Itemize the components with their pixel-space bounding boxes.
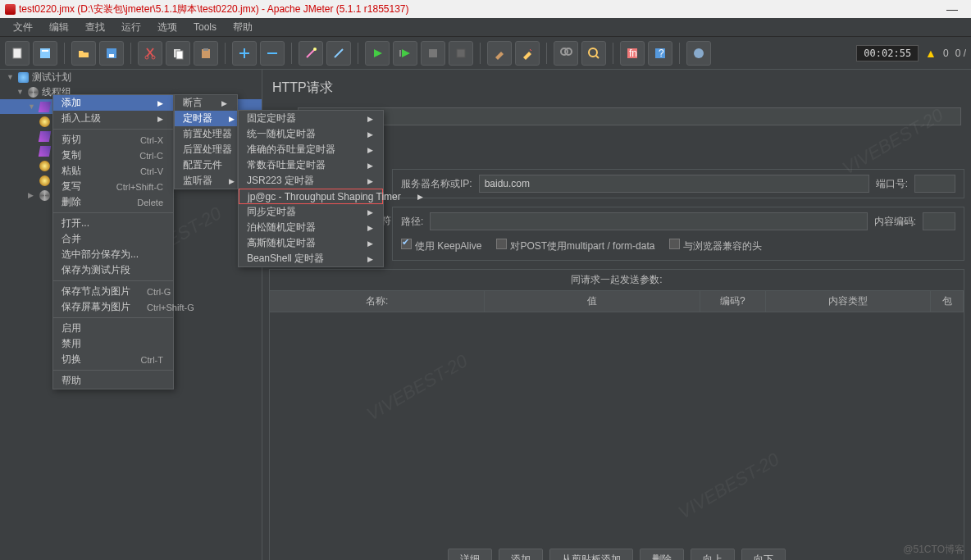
context-menu-main[interactable]: 添加▶插入上级▶剪切Ctrl-X复制Ctrl-C粘贴Ctrl-V复写Ctrl+S… (52, 94, 174, 389)
menu-help[interactable]: 帮助 (225, 18, 261, 37)
menu-item[interactable]: 保存屏幕为图片Ctrl+Shift-G (53, 299, 173, 315)
params-table-body[interactable] (270, 312, 964, 542)
menu-item[interactable]: 合并 (53, 231, 173, 247)
start-no-pause-button[interactable] (393, 41, 417, 66)
params-buttons: 详细 添加 从剪贴板添加 删除 向上 向下 (270, 542, 964, 560)
paste-button[interactable] (194, 41, 218, 66)
menu-item[interactable]: 添加▶ (53, 95, 173, 111)
menu-item[interactable]: 剪切Ctrl-X (53, 132, 173, 148)
help-button[interactable]: ? (648, 41, 672, 66)
chk-keepalive[interactable]: 使用 KeepAlive (401, 239, 481, 253)
svg-rect-10 (203, 48, 208, 51)
detail-button[interactable]: 详细 (448, 549, 492, 560)
svg-rect-0 (13, 48, 21, 58)
menu-item[interactable]: 打开... (53, 216, 173, 231)
delete-param-button[interactable]: 删除 (640, 549, 684, 560)
name-input[interactable] (298, 107, 961, 125)
menu-item[interactable]: 切换Ctrl-T (53, 352, 173, 367)
menu-item[interactable]: 后置处理器▶ (175, 142, 237, 157)
menu-item[interactable]: 保存节点为图片Ctrl-G (53, 284, 173, 299)
test-plan-icon (18, 72, 29, 83)
menu-tools[interactable]: Tools (185, 19, 225, 35)
cut-button[interactable] (138, 41, 162, 66)
add-param-button[interactable]: 添加 (499, 549, 543, 560)
start-button[interactable] (365, 41, 390, 66)
svg-rect-8 (176, 51, 183, 59)
menu-item[interactable]: 前置处理器▶ (175, 126, 237, 142)
port-input[interactable] (914, 175, 955, 193)
menu-search[interactable]: 查找 (77, 18, 113, 37)
copy-button[interactable] (166, 41, 190, 66)
clear-all-button[interactable] (515, 41, 540, 66)
menu-item[interactable]: 配置元件▶ (175, 157, 237, 173)
open-button[interactable] (71, 41, 96, 66)
theme-button[interactable] (686, 41, 711, 66)
svg-rect-4 (109, 54, 114, 57)
menu-file[interactable]: 文件 (5, 18, 41, 37)
app-icon (5, 4, 16, 15)
warning-icon[interactable]: ▲ (925, 47, 937, 60)
menu-item[interactable]: 复制Ctrl-C (53, 148, 173, 163)
menu-item[interactable]: 同步定时器▶ (239, 204, 383, 220)
menu-item[interactable]: 监听器▶ (175, 173, 237, 189)
menu-item[interactable]: 准确的吞吐量定时器▶ (239, 142, 383, 157)
minimize-button[interactable]: ― (933, 0, 971, 18)
credit-text: @51CTO博客 (903, 543, 964, 557)
stop-button[interactable] (421, 41, 445, 66)
add-clipboard-button[interactable]: 从剪贴板添加 (549, 549, 633, 560)
menu-item[interactable]: jp@gc - Throughput Shaping Timer▶ (239, 189, 383, 204)
menu-options[interactable]: 选项 (149, 18, 185, 37)
path-input[interactable] (430, 212, 867, 230)
context-menu-add[interactable]: 断言▶定时器▶前置处理器▶后置处理器▶配置元件▶监听器▶ (174, 94, 238, 189)
menu-item[interactable]: 插入上级▶ (53, 111, 173, 126)
menu-item[interactable]: 固定定时器▶ (239, 111, 383, 126)
menu-item[interactable]: 粘贴Ctrl-V (53, 163, 173, 179)
svg-rect-12 (399, 50, 401, 57)
encoding-input[interactable] (923, 212, 955, 230)
server-input[interactable] (479, 175, 869, 193)
encoding-label: 内容编码: (874, 215, 916, 229)
down-button[interactable]: 向下 (741, 549, 786, 560)
tree-root[interactable]: 测试计划 (32, 71, 71, 84)
menu-item[interactable]: JSR223 定时器▶ (239, 173, 383, 189)
menu-item[interactable]: 定时器▶ (175, 111, 237, 126)
shutdown-button[interactable] (449, 41, 473, 66)
templates-button[interactable] (33, 41, 57, 66)
function-button[interactable]: fn (620, 41, 645, 66)
reset-search-button[interactable] (581, 41, 606, 66)
save-button[interactable] (99, 41, 124, 66)
test-plan-tree[interactable]: ▼测试计划 ▼线程组 ▼HTT jp jp jp 聚 察看 ▶jp@g 添加▶插… (0, 70, 262, 560)
menu-item[interactable]: 启用 (53, 321, 173, 336)
up-button[interactable]: 向上 (691, 549, 735, 560)
title-bar: test0220.jmx (D:\安装包\jmeter\5.1.1脚本\test… (0, 0, 971, 18)
menu-run[interactable]: 运行 (113, 18, 149, 37)
remove-button[interactable] (260, 41, 285, 66)
panel-title: HTTP请求 (272, 80, 971, 97)
menu-item[interactable]: 泊松随机定时器▶ (239, 220, 383, 235)
chk-multipart[interactable]: 对POST使用multipart / form-data (496, 239, 654, 253)
menu-item[interactable]: 选中部分保存为... (53, 247, 173, 262)
menu-item[interactable]: 删除Delete (53, 194, 173, 210)
new-button[interactable] (5, 41, 30, 66)
warning-count: 0 (943, 48, 949, 59)
menu-item[interactable]: BeanShell 定时器▶ (239, 251, 383, 266)
menu-item[interactable]: 保存为测试片段 (53, 262, 173, 278)
menu-item[interactable]: 常数吞吐量定时器▶ (239, 157, 383, 173)
menu-item[interactable]: 断言▶ (175, 95, 237, 111)
menu-item[interactable]: 帮助 (53, 373, 173, 389)
menu-item[interactable]: 统一随机定时器▶ (239, 126, 383, 142)
menu-item[interactable]: 复写Ctrl+Shift-C (53, 179, 173, 194)
context-menu-timers[interactable]: 固定定时器▶统一随机定时器▶准确的吞吐量定时器▶常数吞吐量定时器▶JSR223 … (238, 110, 384, 267)
menu-item[interactable]: 禁用 (53, 336, 173, 352)
menu-item[interactable]: 高斯随机定时器▶ (239, 235, 383, 251)
wand2-button[interactable] (326, 41, 351, 66)
menu-edit[interactable]: 编辑 (41, 18, 77, 37)
clear-button[interactable] (487, 41, 512, 66)
add-button[interactable] (232, 41, 257, 66)
listener-icon (39, 116, 50, 127)
sampler-icon (39, 146, 51, 157)
wand-button[interactable] (299, 41, 323, 66)
search-button[interactable] (554, 41, 578, 66)
chk-browser[interactable]: 与浏览器兼容的头 (669, 239, 762, 253)
menubar: 文件 编辑 查找 运行 选项 Tools 帮助 (0, 18, 971, 37)
